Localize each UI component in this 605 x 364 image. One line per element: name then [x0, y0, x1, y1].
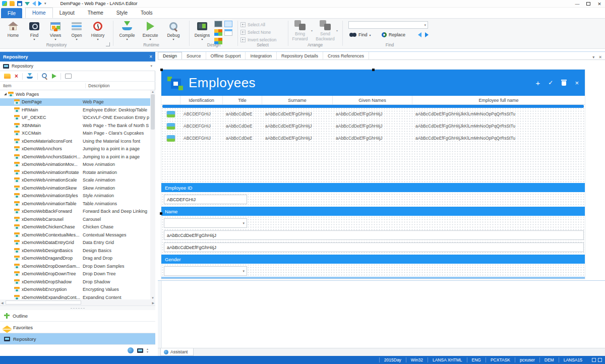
dialog-launcher-icon[interactable]: [106, 42, 110, 46]
select-none-item[interactable]: Select None: [240, 28, 271, 36]
forward-arrow-icon[interactable]: [38, 1, 42, 6]
scroll-up-icon[interactable]: ▲: [151, 90, 154, 93]
compile-tool-icon[interactable]: [27, 73, 33, 80]
tree-item[interactable]: xDemoMaterialIconsFont Using the Materia…: [0, 137, 150, 145]
tree-item[interactable]: DemPage Web Page: [0, 98, 150, 106]
find-search-input[interactable]: ▾: [348, 21, 428, 29]
find-previous-icon[interactable]: [418, 32, 421, 37]
combo-caret-icon[interactable]: ▾: [150, 64, 152, 68]
execute-tool-icon[interactable]: [52, 74, 56, 79]
column-given-names[interactable]: Given Names: [333, 96, 412, 104]
sidebar-tab-repository[interactable]: Repository: [0, 333, 155, 345]
expander-icon[interactable]: [4, 93, 7, 95]
globe-icon[interactable]: [128, 347, 134, 353]
status-segment[interactable]: LANSA15: [559, 357, 587, 362]
tree-item[interactable]: xDemoWebBackForward Forward Back and Dee…: [0, 208, 150, 216]
tree-item[interactable]: UF_OEXEC \DCxVLF-ONE Execution Entry p: [0, 114, 150, 122]
tab-close-icon[interactable]: ✕: [598, 55, 602, 59]
ribbon-home-button[interactable]: Home: [2, 20, 24, 42]
ribbon-tab[interactable]: Style: [110, 8, 134, 18]
ribbon-designs-button[interactable]: Designs▾: [191, 20, 213, 42]
tree-item[interactable]: xDemoWebEncryption Encrypting Values: [0, 286, 150, 294]
tree-item[interactable]: xDemoWebAnimationStyles Style Animation: [0, 192, 150, 200]
select-all-item[interactable]: Select All: [240, 21, 265, 28]
column-item[interactable]: Item: [0, 83, 86, 88]
status-icon-2[interactable]: [598, 358, 602, 362]
hscroll-thumb[interactable]: [6, 300, 81, 305]
scroll-left-icon[interactable]: ◀: [1, 301, 4, 305]
tree-item[interactable]: HRMain Employee Editor: Desktop/Table: [0, 106, 150, 114]
panel-close-icon[interactable]: ×: [149, 54, 152, 59]
table-row[interactable]: ABCDEFGHIJ aAbBcCdDeE aAbBcCdDeEfFgGhHiI…: [161, 120, 585, 132]
compile-quick-icon[interactable]: [25, 2, 30, 6]
minimize-button[interactable]: —: [572, 0, 583, 8]
trash-icon[interactable]: [561, 80, 567, 86]
column-description[interactable]: Description: [86, 83, 110, 88]
back-arrow-icon[interactable]: [32, 1, 36, 6]
file-tab[interactable]: File: [1, 8, 22, 18]
panel-splitter[interactable]: [0, 306, 155, 310]
delete-icon[interactable]: ×: [15, 74, 18, 79]
design-arrange-icon[interactable]: [214, 29, 222, 36]
status-segment[interactable]: ENG: [467, 357, 486, 362]
surname-field[interactable]: aAbBcCdDeEfFgGhHiIjJ: [164, 230, 584, 240]
status-segment[interactable]: DEM: [539, 357, 559, 362]
status-segment[interactable]: 2015Day: [379, 357, 406, 362]
save-icon[interactable]: [17, 1, 22, 6]
ribbon-open-button[interactable]: Open▾: [66, 20, 88, 42]
tree-item[interactable]: xDemoWebAnimationTable Table Animations: [0, 200, 150, 208]
selection-handle[interactable]: [160, 212, 162, 215]
collapse-expand-icons[interactable]: ▴▾: [147, 347, 148, 353]
ribbon-compile-button[interactable]: Compile▾: [116, 20, 138, 42]
qat-customize-caret-icon[interactable]: ▾: [44, 2, 46, 6]
sidebar-tab-favorites[interactable]: Favorites: [0, 322, 155, 333]
editor-tab[interactable]: Source: [182, 52, 206, 59]
ribbon-history-button[interactable]: History▾: [87, 20, 109, 42]
tree-item[interactable]: xDemoWebDesignBasics Design Basics: [0, 247, 150, 255]
selection-handle[interactable]: [160, 69, 163, 71]
preview-tool-icon[interactable]: [65, 74, 72, 79]
status-segment[interactable]: pcxuser: [515, 357, 539, 362]
output-pane-scrollbar[interactable]: [158, 281, 162, 348]
editor-tab[interactable]: Cross References: [323, 52, 369, 59]
status-segment[interactable]: LANSA XHTML: [428, 357, 467, 362]
scroll-right-icon[interactable]: ▶: [152, 301, 154, 305]
selection-handle[interactable]: [372, 69, 375, 71]
tree-item[interactable]: xDemoWebAnimationMov... Move Animation: [0, 161, 150, 169]
scroll-thumb[interactable]: [151, 94, 155, 130]
status-segment[interactable]: Win32: [406, 357, 428, 362]
gender-dropdown[interactable]: ▾: [164, 266, 247, 276]
tree-item[interactable]: xDemoWebAnimationSkew Skew Animation: [0, 184, 150, 192]
tree-horizontal-scrollbar[interactable]: ◀ ▶: [0, 299, 155, 306]
add-icon[interactable]: +: [536, 79, 540, 87]
web-page-design-frame[interactable]: Employees + ✓ × Identification Title Sur…: [161, 70, 585, 279]
open-object-icon[interactable]: [4, 74, 11, 79]
tree-item[interactable]: xDemoWebExpandingCont... Expanding Conte…: [0, 293, 150, 299]
editor-tab[interactable]: Repository Details: [277, 52, 323, 59]
status-icon-1[interactable]: [592, 358, 596, 362]
tree-item[interactable]: XCCMain Main Page - Clara's Cupcakes: [0, 130, 150, 138]
tree-item[interactable]: xDemoWebAnimationRotate Rotate animation: [0, 168, 150, 176]
tree-item[interactable]: xDemoWebDropShadow Drop Shadow: [0, 278, 150, 286]
ribbon-views-button[interactable]: Views▾: [44, 20, 67, 42]
find-menu-button[interactable]: Find ▾: [349, 32, 371, 37]
given-names-field[interactable]: aAbBcCdDeEfFgGhHiIjJ: [164, 242, 584, 252]
close-button[interactable]: ✕: [594, 0, 605, 8]
send-backward-caret-icon[interactable]: ▾: [336, 29, 338, 32]
column-employee-full-name[interactable]: Employee full name: [412, 96, 585, 104]
design-grid-icon[interactable]: [224, 21, 232, 27]
send-backward-button[interactable]: Send Backward: [315, 20, 335, 43]
tree-item[interactable]: xDemoWebDropDownTree Drop Down Tree: [0, 270, 150, 278]
ribbon-tab[interactable]: Tools: [134, 8, 159, 18]
find-combo-caret-icon[interactable]: ▾: [424, 23, 426, 27]
table-row[interactable]: ABCDEFGHIJ aAbBcCdDeE aAbBcCdDeEfFgGhHiI…: [161, 108, 585, 120]
tree-item[interactable]: xDemoWebAnchors Jumping to a point in a …: [0, 145, 150, 153]
column-identification[interactable]: Identification: [180, 96, 223, 104]
replace-button[interactable]: Replace: [382, 32, 405, 37]
design-window-icon[interactable]: [224, 29, 232, 36]
cancel-icon[interactable]: ×: [575, 79, 579, 87]
open-icon[interactable]: [10, 1, 15, 6]
assistant-tab[interactable]: Assistant: [160, 348, 194, 356]
column-surname[interactable]: Surname: [262, 96, 333, 104]
monitor-icon[interactable]: [137, 348, 143, 353]
